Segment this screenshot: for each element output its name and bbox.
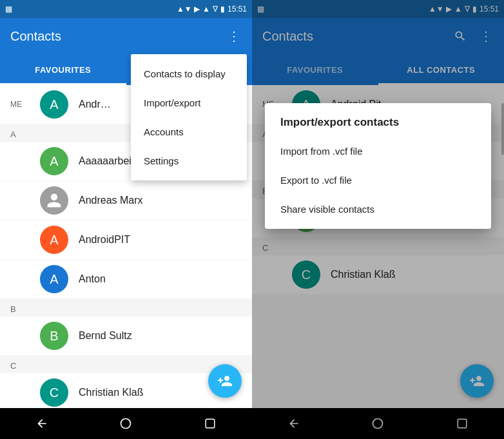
avatar-andreas-left [40,186,68,215]
contact-bernd-left[interactable]: B Bernd Sultz [0,317,252,355]
name-aaaaaarbeit-left: Aaaaaarbeit [79,155,134,167]
name-anton-left: Anton [79,273,106,285]
dialog-item-export[interactable]: Export to .vcf file [265,166,491,195]
screen-right: ▩ ▲▼ ▶ ▲ ∇ ▮ 15:51 Contacts ⋮ FAVOURITES… [252,0,504,439]
signal-icon: ▲ [202,5,210,14]
svg-point-0 [121,419,131,429]
status-bar-left-icons: ▩ [5,5,12,14]
dialog-item-share[interactable]: Share visible contacts [265,195,491,224]
section-b-header-left: B [0,299,252,317]
name-bernd-left: Bernd Sultz [79,330,132,342]
avatar-androidpit-left: A [40,226,68,254]
wifi-icon: ∇ [213,5,218,14]
battery-icon: ▮ [220,5,225,14]
time-left: 15:51 [228,5,247,14]
tab-favourites-left[interactable]: FAVOURITES [0,54,126,85]
dialog-item-import[interactable]: Import from .vcf file [265,137,491,166]
menu-settings[interactable]: Settings [131,146,247,175]
avatar-bernd-left: B [40,322,68,350]
fab-add-contact-left[interactable] [208,364,242,398]
dialog-title: Import/export contacts [265,116,491,137]
me-name-left: Andr… [79,99,111,110]
back-icon-left [35,417,48,430]
me-label-left: ME [10,100,30,109]
recents-icon-left [204,418,216,429]
avatar-anton-left: A [40,265,68,293]
name-christian-left: Christian Klaß [79,387,143,398]
person-silhouette-icon [46,192,63,209]
status-bar-right-area: ▲▼ ▶ ▲ ∇ ▮ 15:51 [177,5,247,14]
contact-androidpit-left[interactable]: A AndroidPIT [0,220,252,259]
nav-bar-left [0,408,252,439]
add-person-icon-left [217,373,233,389]
status-bar-left: ▩ ▲▼ ▶ ▲ ∇ ▮ 15:51 [0,0,252,18]
menu-accounts[interactable]: Accounts [131,117,247,146]
more-vert-icon-left[interactable]: ⋮ [226,28,242,44]
recents-button-left[interactable] [195,408,226,439]
back-button-left[interactable] [26,408,57,439]
home-icon-left [119,417,132,430]
contact-andreas-left[interactable]: Andreas Marx [0,181,252,220]
screen-left: ▩ ▲▼ ▶ ▲ ∇ ▮ 15:51 Contacts ⋮ FAVOURITES… [0,0,252,439]
contact-anton-left[interactable]: A Anton [0,260,252,298]
name-andreas-left: Andreas Marx [79,195,143,206]
svg-rect-1 [206,419,215,428]
app-title-left: Contacts [10,29,226,44]
avatar-aaaaaarbeit-left: A [40,147,68,175]
avatar-christian-left: C [40,378,68,407]
app-bar-left: Contacts ⋮ [0,18,252,54]
sim-icon: ▩ [5,5,12,14]
menu-contacts-to-display[interactable]: Contacts to display [131,59,247,88]
menu-import-export[interactable]: Import/export [131,88,247,117]
app-bar-icons-left: ⋮ [226,28,242,44]
dropdown-menu-left[interactable]: Contacts to display Import/export Accoun… [131,54,247,180]
me-avatar-left: A [40,90,68,119]
home-button-left[interactable] [110,408,141,439]
notification-icons: ▲▼ ▶ [177,5,200,14]
name-androidpit-left: AndroidPIT [79,234,130,246]
import-export-dialog[interactable]: Import/export contacts Import from .vcf … [265,103,491,229]
